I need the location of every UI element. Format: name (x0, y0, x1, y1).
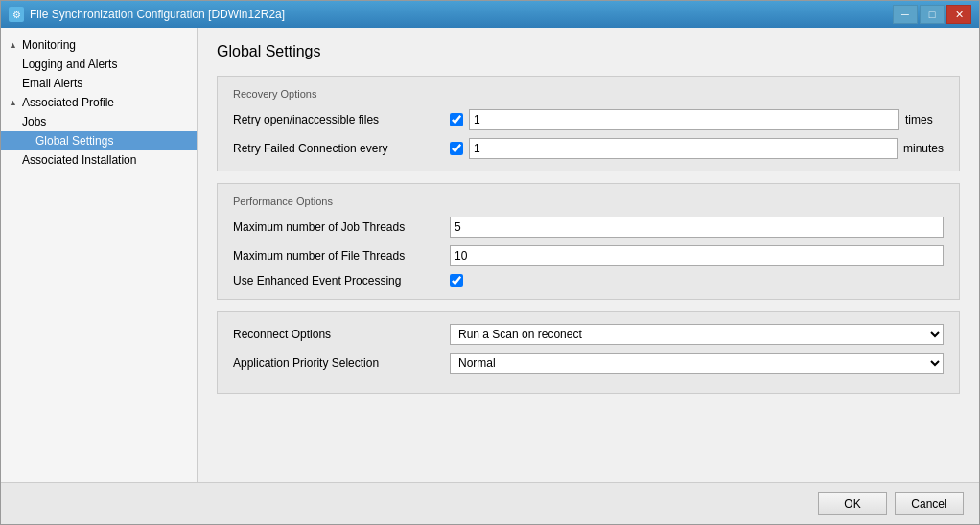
minimize-button[interactable]: ─ (893, 5, 918, 24)
enhanced-event-label: Use Enhanced Event Processing (233, 274, 444, 287)
close-button[interactable]: ✕ (946, 5, 971, 24)
main-window: ⚙ File Synchronization Configuration [DD… (0, 0, 980, 525)
priority-select[interactable]: Normal High Low Real Time (450, 353, 944, 374)
retry-failed-input[interactable] (469, 138, 898, 159)
expand-icon-monitoring: ▲ (9, 40, 18, 50)
footer: OK Cancel (1, 482, 979, 524)
reconnect-section: Reconnect Options Run a Scan on reconect… (217, 311, 960, 394)
title-bar-controls: ─ □ ✕ (893, 5, 971, 24)
recovery-section: Recovery Options Retry open/inaccessible… (217, 76, 960, 171)
cancel-button[interactable]: Cancel (895, 492, 964, 515)
sidebar-item-associated-installation[interactable]: Associated Installation (1, 150, 197, 170)
expand-icon-profile: ▲ (9, 98, 18, 107)
maximize-button[interactable]: □ (920, 5, 945, 24)
max-job-threads-label: Maximum number of Job Threads (233, 220, 444, 234)
performance-section-title: Performance Options (233, 195, 944, 207)
sidebar-item-global-settings[interactable]: Global Settings (1, 131, 197, 150)
retry-failed-row: Retry Failed Connection every minutes (233, 138, 944, 159)
priority-label: Application Priority Selection (233, 356, 444, 370)
reconnect-select[interactable]: Run a Scan on reconect Do nothing on rec… (450, 324, 944, 345)
sidebar-item-associated-profile[interactable]: ▲ Associated Profile (1, 93, 197, 112)
window-body: ▲ Monitoring Logging and Alerts Email Al… (1, 28, 979, 482)
retry-failed-suffix: minutes (903, 142, 944, 155)
enhanced-event-row: Use Enhanced Event Processing (233, 274, 944, 287)
max-file-threads-row: Maximum number of File Threads (233, 245, 944, 266)
window-title: File Synchronization Configuration [DDWi… (30, 8, 285, 21)
retry-open-checkbox[interactable] (450, 113, 463, 126)
max-file-threads-input[interactable] (450, 245, 944, 266)
main-content: Global Settings Recovery Options Retry o… (198, 28, 979, 482)
performance-section: Performance Options Maximum number of Jo… (217, 183, 960, 300)
priority-row: Application Priority Selection Normal Hi… (233, 353, 944, 374)
enhanced-event-checkbox[interactable] (450, 274, 463, 287)
retry-open-suffix: times (905, 113, 944, 126)
retry-failed-label: Retry Failed Connection every (233, 142, 444, 155)
max-file-threads-label: Maximum number of File Threads (233, 249, 444, 262)
retry-failed-checkbox[interactable] (450, 142, 463, 155)
reconnect-label: Reconnect Options (233, 328, 444, 341)
title-bar: ⚙ File Synchronization Configuration [DD… (1, 1, 979, 28)
recovery-section-title: Recovery Options (233, 88, 944, 100)
retry-open-label: Retry open/inaccessible files (233, 113, 444, 126)
max-job-threads-row: Maximum number of Job Threads (233, 217, 944, 238)
title-bar-left: ⚙ File Synchronization Configuration [DD… (9, 7, 285, 22)
sidebar: ▲ Monitoring Logging and Alerts Email Al… (1, 28, 198, 482)
retry-open-input[interactable] (469, 109, 899, 130)
retry-open-row: Retry open/inaccessible files times (233, 109, 944, 130)
sidebar-item-email-alerts[interactable]: Email Alerts (1, 74, 197, 93)
sidebar-item-logging[interactable]: Logging and Alerts (1, 55, 197, 74)
max-job-threads-input[interactable] (450, 217, 944, 238)
ok-button[interactable]: OK (818, 492, 887, 515)
sidebar-item-jobs[interactable]: Jobs (1, 112, 197, 131)
sidebar-item-monitoring[interactable]: ▲ Monitoring (1, 35, 197, 55)
reconnect-row: Reconnect Options Run a Scan on reconect… (233, 324, 944, 345)
app-icon: ⚙ (9, 7, 24, 22)
page-title: Global Settings (217, 43, 960, 60)
